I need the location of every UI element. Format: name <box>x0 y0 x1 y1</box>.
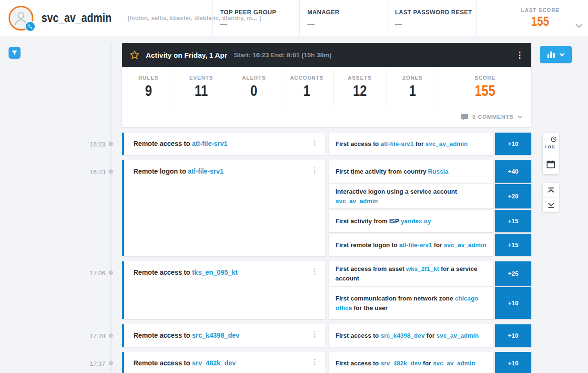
field-label: MANAGER <box>307 9 387 16</box>
rule-row: First access from asset wks_2f1_kt for a… <box>329 261 531 286</box>
calendar-button[interactable] <box>543 154 559 174</box>
entity-link[interactable]: atl-file-srv1 <box>399 241 432 249</box>
kebab-menu-icon[interactable]: ⋮ <box>311 268 318 275</box>
entity-link[interactable]: atl-file-srv1 <box>192 140 228 147</box>
comments-label: 0 COMMENTS <box>472 114 514 120</box>
entity-link[interactable]: svc_av_admin <box>335 197 378 205</box>
stat-value: 12 <box>333 83 386 100</box>
chevron-down-icon[interactable] <box>576 21 582 30</box>
stat-label: ASSETS <box>333 75 386 81</box>
rule-score-badge: +20 <box>495 184 531 208</box>
timeline-view-controls: LOC <box>543 133 559 174</box>
event-card[interactable]: Remote logon to atl-file-srv1⋮ <box>122 160 325 256</box>
rule-card[interactable]: First remote logon to atl-file-srv1 for … <box>329 234 493 256</box>
rule-card[interactable]: First time activity from country Russia <box>329 160 493 183</box>
last-score-label: LAST SCORE <box>521 7 560 13</box>
rule-text: First communication from network zone ch… <box>335 294 488 312</box>
rule-card[interactable]: First access to atl-file-srv1 for svc_av… <box>329 133 493 155</box>
text-part: Remote access to <box>133 140 192 147</box>
entity-link[interactable]: atl-file-srv1 <box>188 167 223 175</box>
timeline-time: 16:23 <box>3 141 105 148</box>
entity-link[interactable]: atl-file-srv1 <box>381 140 414 147</box>
scroll-to-top-button[interactable] <box>543 183 559 197</box>
kebab-menu-icon[interactable]: ⋮ <box>311 139 318 146</box>
chart-view-button[interactable] <box>540 46 572 63</box>
text-part: Interactive logon using a service accoun… <box>335 188 457 195</box>
phone-badge-icon <box>25 21 36 32</box>
timeline-row: 16:23Remote logon to atl-file-srv1⋮First… <box>122 160 531 256</box>
entity-link[interactable]: srv_482k_dev <box>381 360 421 367</box>
rule-row: First time activity from country Russia+… <box>329 160 531 183</box>
event-card[interactable]: Remote access to atl-file-srv1⋮ <box>122 133 325 155</box>
stat-zones: ZONES1 <box>386 67 439 107</box>
rule-score-badge: +15 <box>495 210 531 232</box>
entity-link[interactable]: svc_av_admin <box>444 241 487 249</box>
entity-link[interactable]: Russia <box>428 168 448 175</box>
activity-bar: Activity on Friday, 1 Apr Start: 16:23 E… <box>122 43 531 67</box>
stat-value: 1 <box>386 83 439 100</box>
timeline-row: 17:06Remote access to tks_en_095_kt⋮Firs… <box>122 261 531 319</box>
rule-card[interactable]: First access to src_k4398_dev for svc_av… <box>329 324 493 347</box>
rule-text: First access to srv_482k_dev for svc_av_… <box>335 359 475 368</box>
entity-link[interactable]: svc_av_admin <box>426 140 468 147</box>
text-part: First time activity from country <box>335 168 428 175</box>
user-name: svc_av_admin <box>41 11 112 25</box>
rule-card[interactable]: First communication from network zone ch… <box>329 287 493 319</box>
stat-label: ALERTS <box>228 75 281 81</box>
entity-link[interactable]: tks_en_095_kt <box>192 269 238 276</box>
field-value: — <box>395 20 476 28</box>
rule-score-badge: +10 <box>495 287 531 319</box>
event-text: Remote access to atl-file-srv1 <box>133 140 228 147</box>
stat-label: ACCOUNTS <box>281 75 334 81</box>
timeline-time: 16:23 <box>3 168 105 176</box>
timeline-scroll-controls <box>543 183 559 212</box>
text-part: First access to <box>335 332 381 339</box>
stat-rules: RULES9 <box>122 67 175 107</box>
kebab-menu-icon[interactable]: ⋮ <box>311 331 318 338</box>
entity-link[interactable]: srv_482k_dev <box>192 359 236 367</box>
kebab-menu-icon[interactable]: ⋮ <box>311 166 318 174</box>
rule-row: First activity from ISP yandex oy+15 <box>329 210 531 232</box>
rule-card[interactable]: Interactive logon using a service accoun… <box>329 184 493 208</box>
rule-row: First access to atl-file-srv1 for svc_av… <box>329 133 531 155</box>
timeline-dot <box>109 142 113 146</box>
scroll-to-bottom-button[interactable] <box>543 197 559 212</box>
timeline-time: 17:06 <box>3 269 105 277</box>
scroll-bottom-icon <box>547 202 555 208</box>
event-card[interactable]: Remote access to srv_482k_dev⋮ <box>122 352 325 373</box>
entity-link[interactable]: src_k4398_dev <box>192 332 240 339</box>
field-last-password-reset: LAST PASSWORD RESET — <box>387 0 476 36</box>
rule-card[interactable]: First activity from ISP yandex oy <box>329 210 493 232</box>
field-top-peer-group: TOP PEER GROUP — <box>212 0 299 36</box>
rule-text: First time activity from country Russia <box>335 167 448 176</box>
event-card[interactable]: Remote access to src_k4398_dev⋮ <box>122 324 325 347</box>
text-part: Remote logon to <box>133 167 188 175</box>
stat-events: EVENTS11 <box>175 67 228 107</box>
entity-link[interactable]: src_k4398_dev <box>381 332 425 339</box>
user-block: svc_av_admin [fcolon, sellis, kbaxter, d… <box>0 0 212 36</box>
rule-row: First remote logon to atl-file-srv1 for … <box>329 234 531 256</box>
filter-button[interactable] <box>9 47 20 59</box>
entity-link[interactable]: svc_av_admin <box>436 332 479 339</box>
rule-score-badge: +25 <box>495 261 531 286</box>
activity-kebab-menu-icon[interactable]: ⋮ <box>516 51 524 59</box>
bar-chart-icon <box>547 52 555 58</box>
stat-label: RULES <box>122 75 175 81</box>
event-card[interactable]: Remote access to tks_en_095_kt⋮ <box>122 261 325 319</box>
text-part: Remote access to <box>133 269 192 276</box>
rule-card[interactable]: First access to srv_482k_dev for svc_av_… <box>329 352 493 373</box>
stats-row: RULES9EVENTS11ALERTS0ACCOUNTS1ASSETS12ZO… <box>122 67 531 107</box>
entity-link[interactable]: yandex oy <box>401 218 431 225</box>
field-value: — <box>307 20 387 28</box>
text-part: Remote access to <box>133 359 192 367</box>
comments-toggle[interactable]: 0 COMMENTS <box>122 107 531 127</box>
kebab-menu-icon[interactable]: ⋮ <box>311 358 318 365</box>
entity-link[interactable]: svc_av_admin <box>433 360 476 367</box>
avatar[interactable] <box>9 6 33 31</box>
rule-card[interactable]: First access from asset wks_2f1_kt for a… <box>329 261 493 286</box>
entity-link[interactable]: wks_2f1_kt <box>406 265 439 272</box>
text-part: First activity from ISP <box>335 218 401 225</box>
star-icon[interactable] <box>130 50 140 60</box>
local-time-toggle-button[interactable]: LOC <box>543 133 559 154</box>
rule-row: First access to srv_482k_dev for svc_av_… <box>329 352 531 373</box>
